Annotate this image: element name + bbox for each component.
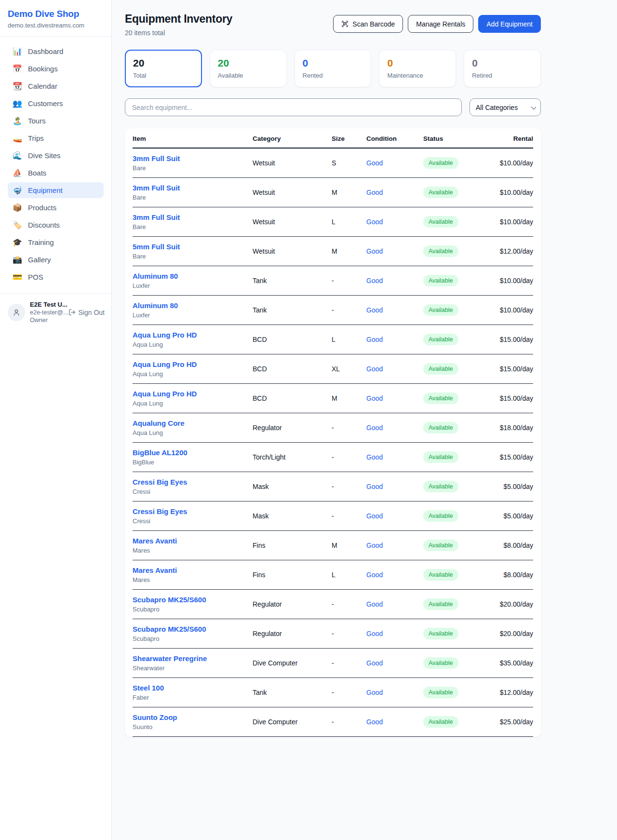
category-select[interactable]: All Categories: [469, 98, 541, 116]
stat-card[interactable]: 0 Retired: [464, 50, 541, 87]
size-cell: M: [332, 542, 366, 549]
sidebar-nav-item[interactable]: 💳 POS: [8, 269, 104, 285]
brand-block: Demo Dive Shop demo.test.divestreams.com: [0, 0, 111, 37]
condition-link[interactable]: Good: [366, 424, 423, 432]
condition-link[interactable]: Good: [366, 659, 423, 667]
condition-link[interactable]: Good: [366, 336, 423, 343]
status-badge: Available: [423, 275, 458, 286]
condition-link[interactable]: Good: [366, 689, 423, 696]
stat-card[interactable]: 0 Rented: [295, 50, 372, 87]
sidebar-nav-item[interactable]: 🚤 Trips: [8, 130, 104, 146]
sidebar-nav-item[interactable]: 🏷️ Discounts: [8, 217, 104, 233]
size-cell: -: [332, 630, 366, 637]
nav-item-label: Customers: [28, 99, 63, 108]
stat-card[interactable]: 20 Total: [125, 50, 202, 87]
size-cell: M: [332, 247, 366, 255]
condition-link[interactable]: Good: [366, 218, 423, 226]
item-name-link[interactable]: Steel 100: [133, 684, 253, 692]
nav-item-icon: 📆: [13, 82, 22, 90]
item-name-link[interactable]: Shearwater Peregrine: [133, 654, 253, 663]
nav-item-label: Bookings: [28, 65, 58, 73]
table-row: Aqua Lung Pro HD Aqua Lung BCD M Good Av…: [133, 384, 533, 413]
scan-barcode-button[interactable]: Scan Barcode: [333, 15, 403, 33]
item-name-link[interactable]: Aqua Lung Pro HD: [133, 390, 253, 398]
sidebar-nav-item[interactable]: 📦 Products: [8, 200, 104, 216]
sidebar-nav-item[interactable]: 📆 Calendar: [8, 78, 104, 94]
item-name-link[interactable]: Aqua Lung Pro HD: [133, 331, 253, 339]
item-name-link[interactable]: 3mm Full Suit: [133, 184, 253, 192]
scan-barcode-label: Scan Barcode: [352, 20, 395, 28]
item-name-link[interactable]: Aluminum 80: [133, 272, 253, 280]
manage-rentals-button[interactable]: Manage Rentals: [408, 15, 473, 33]
sidebar: Demo Dive Shop demo.test.divestreams.com…: [0, 0, 112, 840]
table-row: Cressi Big Eyes Cressi Mask - Good Avail…: [133, 472, 533, 501]
condition-link[interactable]: Good: [366, 306, 423, 314]
item-name-link[interactable]: Scubapro MK25/S600: [133, 596, 253, 604]
status-badge: Available: [423, 393, 458, 404]
category-cell: BCD: [253, 336, 332, 343]
sidebar-nav-item[interactable]: 🤿 Equipment: [8, 182, 104, 198]
nav-item-label: Dashboard: [28, 47, 63, 55]
item-name-link[interactable]: 5mm Full Suit: [133, 243, 253, 251]
search-input[interactable]: [125, 98, 462, 116]
item-name-link[interactable]: Cressi Big Eyes: [133, 507, 253, 515]
condition-link[interactable]: Good: [366, 394, 423, 402]
item-name-link[interactable]: BigBlue AL1200: [133, 448, 253, 457]
sidebar-nav-item[interactable]: 🌊 Dive Sites: [8, 148, 104, 163]
status-badge: Available: [423, 628, 458, 639]
condition-link[interactable]: Good: [366, 630, 423, 637]
condition-link[interactable]: Good: [366, 365, 423, 373]
condition-link[interactable]: Good: [366, 189, 423, 196]
user-info: E2E Test U... e2e-tester@... Owner: [30, 301, 64, 324]
sidebar-nav-item[interactable]: 🏝️ Tours: [8, 113, 104, 129]
category-cell: Tank: [253, 689, 332, 696]
condition-link[interactable]: Good: [366, 600, 423, 608]
user-section: E2E Test U... e2e-tester@... Owner Sign …: [0, 293, 111, 331]
item-name-link[interactable]: 3mm Full Suit: [133, 154, 253, 163]
sign-out-button[interactable]: Sign Out: [68, 309, 105, 316]
sidebar-nav-item[interactable]: 🎓 Training: [8, 234, 104, 250]
item-name-link[interactable]: Aluminum 80: [133, 301, 253, 310]
sidebar-nav-item[interactable]: 👥 Customers: [8, 95, 104, 111]
size-cell: -: [332, 600, 366, 608]
item-name-link[interactable]: Cressi Big Eyes: [133, 478, 253, 486]
condition-link[interactable]: Good: [366, 571, 423, 579]
status-cell: Available: [423, 422, 496, 434]
item-brand: Mares: [133, 547, 253, 554]
condition-link[interactable]: Good: [366, 483, 423, 490]
table-row: Mares Avanti Mares Fins M Good Available…: [133, 531, 533, 560]
item-name-link[interactable]: Aqualung Core: [133, 419, 253, 427]
sidebar-nav: 📊 Dashboard 📅 Bookings 📆 Calendar 👥 Cust…: [0, 37, 111, 290]
condition-link[interactable]: Good: [366, 277, 423, 285]
status-badge: Available: [423, 540, 458, 551]
stat-card[interactable]: 0 Maintenance: [379, 50, 456, 87]
sidebar-nav-item[interactable]: ⛵ Boats: [8, 165, 104, 181]
sidebar-nav-item[interactable]: 📅 Bookings: [8, 61, 104, 77]
item-name-link[interactable]: Suunto Zoop: [133, 713, 253, 721]
sidebar-nav-item[interactable]: 📸 Gallery: [8, 252, 104, 268]
item-name-link[interactable]: Mares Avanti: [133, 537, 253, 545]
table-row: Aqua Lung Pro HD Aqua Lung BCD XL Good A…: [133, 354, 533, 384]
item-name-link[interactable]: Scubapro MK25/S600: [133, 625, 253, 633]
add-equipment-button[interactable]: Add Equipment: [478, 15, 541, 33]
condition-link[interactable]: Good: [366, 247, 423, 255]
table-row: 3mm Full Suit Bare Wetsuit L Good Availa…: [133, 207, 533, 237]
condition-link[interactable]: Good: [366, 542, 423, 549]
item-name-link[interactable]: 3mm Full Suit: [133, 213, 253, 221]
nav-item-icon: 🎓: [13, 239, 22, 246]
rental-cell: $12.00/day: [496, 247, 533, 255]
table-row: 3mm Full Suit Bare Wetsuit S Good Availa…: [133, 149, 533, 178]
category-cell: Fins: [253, 542, 332, 549]
size-cell: M: [332, 189, 366, 196]
item-brand: Suunto: [133, 723, 253, 731]
item-name-link[interactable]: Aqua Lung Pro HD: [133, 360, 253, 368]
condition-link[interactable]: Good: [366, 159, 423, 167]
rental-cell: $25.00/day: [496, 718, 533, 726]
nav-item-label: Equipment: [28, 186, 63, 194]
condition-link[interactable]: Good: [366, 512, 423, 520]
item-name-link[interactable]: Mares Avanti: [133, 566, 253, 574]
stat-card[interactable]: 20 Available: [210, 50, 287, 87]
condition-link[interactable]: Good: [366, 453, 423, 461]
sidebar-nav-item[interactable]: 📊 Dashboard: [8, 43, 104, 59]
condition-link[interactable]: Good: [366, 718, 423, 726]
